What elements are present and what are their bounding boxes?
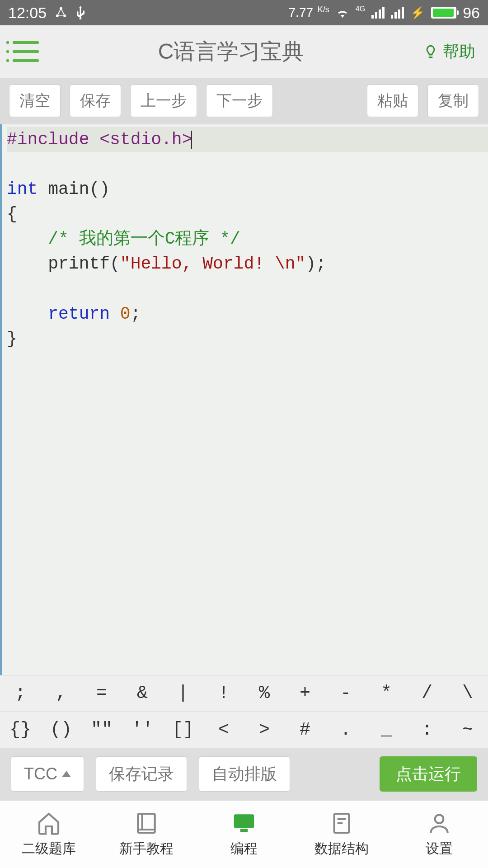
- status-bar: 12:05 7.77 K/s 4G ⚡ 96: [0, 0, 488, 25]
- nav-question-bank[interactable]: 二级题库: [0, 801, 98, 868]
- compiler-label: TCC: [24, 764, 57, 783]
- redo-button[interactable]: 下一步: [206, 85, 273, 117]
- symbol-key[interactable]: &: [122, 675, 163, 711]
- monitor-icon: [231, 811, 257, 836]
- app-title: C语言学习宝典: [39, 37, 423, 66]
- status-time: 12:05: [8, 4, 47, 22]
- clear-button[interactable]: 清空: [9, 85, 61, 117]
- save-record-button[interactable]: 保存记录: [96, 756, 187, 792]
- symbol-key[interactable]: (): [41, 712, 81, 748]
- battery-percent: 96: [463, 4, 480, 22]
- chevron-up-icon: [62, 771, 71, 777]
- undo-button[interactable]: 上一步: [130, 85, 197, 117]
- signal-icon: [371, 7, 385, 19]
- code-token: ;: [131, 304, 141, 324]
- symbol-key[interactable]: "": [81, 712, 122, 748]
- nav-data-structure[interactable]: 数据结构: [293, 801, 390, 868]
- symbol-key[interactable]: !: [203, 675, 244, 711]
- home-icon: [36, 811, 61, 836]
- document-icon: [329, 811, 354, 836]
- save-button[interactable]: 保存: [70, 85, 121, 117]
- symbol-key[interactable]: .: [325, 712, 366, 748]
- nav-label: 新手教程: [119, 840, 174, 858]
- help-label: 帮助: [443, 41, 475, 63]
- code-token: 0: [120, 304, 131, 324]
- svg-point-7: [435, 815, 444, 823]
- symbol-key[interactable]: #: [285, 712, 325, 748]
- usb-icon: [75, 6, 85, 19]
- bottom-nav: 二级题库 新手教程 编程 数据结构 设置: [0, 800, 488, 868]
- code-token: "Hello, World! \n": [120, 254, 305, 274]
- symbol-keyboard: ;,=&|!%+-*/\ {}()""''[]<>#._:~: [0, 675, 488, 748]
- symbol-key[interactable]: %: [244, 675, 285, 711]
- symbol-key[interactable]: ;: [0, 675, 41, 711]
- menu-icon[interactable]: [13, 41, 39, 62]
- code-token: int: [7, 179, 38, 199]
- editor-toolbar: 清空 保存 上一步 下一步 粘贴 复制: [0, 78, 488, 124]
- auto-format-button[interactable]: 自动排版: [199, 756, 290, 792]
- code-token: return: [48, 304, 110, 324]
- symbol-key[interactable]: -: [325, 675, 366, 711]
- bottom-toolbar: TCC 保存记录 自动排版 点击运行: [0, 748, 488, 800]
- help-button[interactable]: 帮助: [423, 41, 475, 63]
- nav-label: 设置: [426, 840, 453, 858]
- network-speed: 7.77 K/s: [289, 5, 329, 20]
- svg-rect-4: [235, 815, 253, 827]
- code-token: main(): [38, 179, 110, 199]
- book-icon: [134, 811, 159, 836]
- code-token: [7, 304, 48, 324]
- svg-rect-5: [241, 830, 247, 832]
- nav-settings[interactable]: 设置: [390, 801, 488, 868]
- symbol-key[interactable]: |: [163, 675, 203, 711]
- wifi-icon: [336, 7, 349, 18]
- symbol-key[interactable]: ~: [447, 712, 488, 748]
- symbol-key[interactable]: *: [366, 675, 407, 711]
- symbol-key[interactable]: :: [407, 712, 447, 748]
- run-button[interactable]: 点击运行: [380, 756, 477, 792]
- code-token: }: [7, 329, 17, 349]
- signal-icon-2: [391, 7, 404, 19]
- symbol-key[interactable]: <: [203, 712, 244, 748]
- nav-label: 数据结构: [314, 840, 369, 858]
- code-token: printf(: [7, 254, 120, 274]
- symbol-key[interactable]: >: [244, 712, 285, 748]
- network-type: 4G: [356, 5, 365, 13]
- nav-tutorial[interactable]: 新手教程: [98, 801, 195, 868]
- battery-icon: [431, 7, 456, 19]
- symbol-key[interactable]: /: [407, 675, 447, 711]
- code-token: /* 我的第一个C程序 */: [7, 229, 240, 249]
- code-token: [110, 304, 120, 324]
- compiler-selector[interactable]: TCC: [11, 756, 84, 792]
- symbol-key[interactable]: []: [163, 712, 203, 748]
- share-icon: [55, 6, 67, 19]
- code-token: );: [305, 254, 326, 274]
- symbol-key[interactable]: ,: [41, 675, 81, 711]
- paste-button[interactable]: 粘贴: [367, 85, 418, 117]
- nav-label: 编程: [230, 840, 258, 858]
- copy-button[interactable]: 复制: [427, 85, 479, 117]
- app-header: C语言学习宝典 帮助: [0, 25, 488, 78]
- text-cursor: [191, 131, 192, 149]
- symbol-key[interactable]: {}: [0, 712, 41, 748]
- code-token: {: [7, 204, 17, 224]
- nav-coding[interactable]: 编程: [195, 801, 293, 868]
- code-editor[interactable]: #include <stdio.h> int main() { /* 我的第一个…: [0, 124, 488, 675]
- user-icon: [427, 811, 452, 836]
- symbol-key[interactable]: '': [122, 712, 163, 748]
- code-token: #include <stdio.h>: [7, 130, 192, 149]
- symbol-key[interactable]: +: [285, 675, 325, 711]
- symbol-key[interactable]: =: [81, 675, 122, 711]
- symbol-key[interactable]: _: [366, 712, 407, 748]
- nav-label: 二级题库: [22, 840, 76, 858]
- charging-icon: ⚡: [410, 6, 425, 20]
- lightbulb-icon: [423, 44, 438, 59]
- symbol-key[interactable]: \: [447, 675, 488, 711]
